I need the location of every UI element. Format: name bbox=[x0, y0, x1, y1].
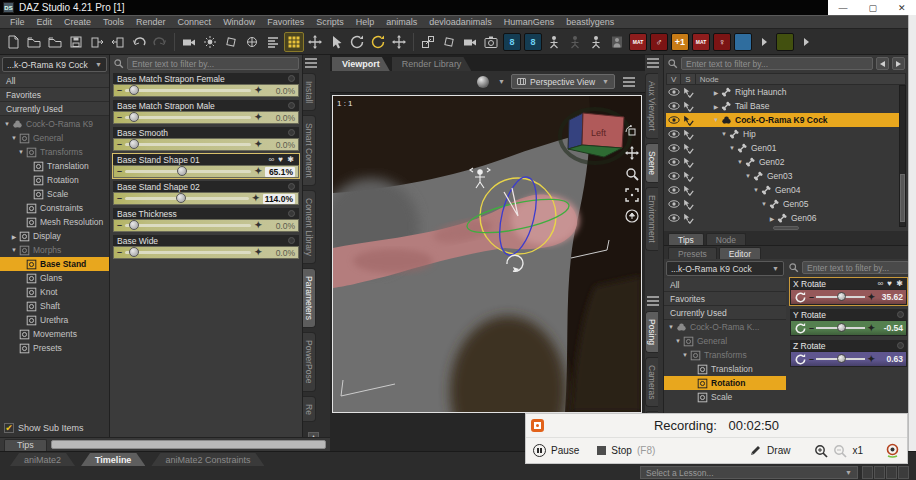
male-gender-button[interactable]: ♂ bbox=[649, 32, 669, 52]
scene-node-cock-o-rama-k9-cock[interactable]: ▼Cock-O-Rama K9 Cock bbox=[666, 113, 906, 127]
slider-decrement[interactable]: – bbox=[117, 194, 122, 203]
tab-menu-icon[interactable] bbox=[305, 58, 317, 68]
nav-item-knot[interactable]: Knot bbox=[0, 285, 109, 299]
portrait-thumb[interactable] bbox=[607, 32, 627, 52]
slider-increment[interactable]: ✦ bbox=[254, 167, 262, 176]
zoom-out-icon[interactable] bbox=[833, 444, 847, 458]
expander-icon[interactable]: ▼ bbox=[744, 173, 752, 179]
power-loader-thumb[interactable] bbox=[775, 32, 795, 52]
posing-item-scale[interactable]: Scale bbox=[664, 390, 786, 404]
menu-connect[interactable]: Connect bbox=[172, 17, 218, 27]
visibility-eye-icon[interactable] bbox=[666, 100, 681, 112]
import-button[interactable] bbox=[87, 32, 107, 52]
menu-tools[interactable]: Tools bbox=[97, 17, 130, 27]
reset-icon[interactable] bbox=[897, 342, 904, 349]
slider-handle[interactable] bbox=[176, 193, 186, 203]
posing-filter-input[interactable]: Enter text to filter by... bbox=[802, 261, 909, 274]
render-button[interactable] bbox=[481, 32, 501, 52]
nav-item-shaft[interactable]: Shaft bbox=[0, 299, 109, 313]
slider-handle[interactable] bbox=[129, 220, 139, 230]
toolbar-overflow-arrow-2[interactable] bbox=[796, 32, 816, 52]
slider-decrement[interactable]: – bbox=[117, 248, 122, 257]
expander-icon[interactable]: ▶ bbox=[712, 103, 720, 110]
gear-icon[interactable]: ✱ bbox=[287, 155, 295, 164]
scene-filter-input[interactable]: Enter text to filter by... bbox=[681, 57, 873, 70]
slider-handle[interactable] bbox=[837, 354, 846, 363]
tab-animate2[interactable]: aniMate2 bbox=[10, 453, 75, 466]
selectable-cursor-icon[interactable] bbox=[681, 185, 696, 196]
param-slider-bar[interactable]: –✦0.0% bbox=[113, 84, 299, 97]
tab-parameters[interactable]: Parameters bbox=[303, 268, 316, 328]
pause-button[interactable]: Pause bbox=[551, 445, 579, 456]
create-camera-button[interactable] bbox=[179, 32, 199, 52]
link-icon[interactable]: ∞ bbox=[877, 279, 884, 288]
tab-animate2-constraints[interactable]: aniMate2 Constraints bbox=[151, 453, 264, 466]
slider-handle[interactable] bbox=[837, 323, 846, 332]
playback-button[interactable] bbox=[874, 466, 885, 479]
active-pose-tool[interactable] bbox=[368, 32, 388, 52]
visibility-eye-icon[interactable] bbox=[666, 142, 681, 154]
scene-node-gen03[interactable]: ▼Gen03 bbox=[666, 169, 906, 183]
slider-track[interactable] bbox=[816, 296, 865, 298]
pose-slider-bar[interactable]: –✦0.63 bbox=[790, 351, 907, 367]
tab-install[interactable]: Install bbox=[303, 73, 316, 111]
expander-icon[interactable]: ▼ bbox=[17, 149, 25, 155]
slider-increment[interactable]: ✦ bbox=[254, 140, 262, 149]
reset-icon[interactable] bbox=[288, 75, 295, 82]
tab-timeline[interactable]: Timeline bbox=[81, 453, 145, 466]
tab-tips[interactable]: Tips bbox=[4, 439, 47, 451]
scene-list-button[interactable] bbox=[263, 32, 283, 52]
playback-button[interactable] bbox=[886, 466, 897, 479]
viewport-menu-icon[interactable] bbox=[623, 77, 635, 87]
webcam-icon[interactable] bbox=[885, 443, 900, 458]
nav-item-glans[interactable]: Glans bbox=[0, 271, 109, 285]
selectable-cursor-icon[interactable] bbox=[681, 171, 696, 182]
pose-slider-bar[interactable]: –✦35.62 bbox=[790, 289, 907, 305]
horizontal-scrollbar[interactable] bbox=[51, 440, 326, 449]
expander-icon[interactable]: ▼ bbox=[681, 352, 689, 358]
slider-decrement[interactable]: – bbox=[117, 140, 122, 149]
rotate-tool[interactable] bbox=[347, 32, 367, 52]
genesis8-thumb-2[interactable]: 8 bbox=[523, 32, 543, 52]
slider-increment[interactable]: ✦ bbox=[254, 248, 262, 257]
figure-pose-b[interactable] bbox=[565, 32, 585, 52]
left-filter-all[interactable]: All bbox=[0, 74, 109, 88]
universal-manipulator-tool[interactable] bbox=[305, 32, 325, 52]
slider-increment[interactable]: ✦ bbox=[254, 113, 262, 122]
scene-scrollbar[interactable] bbox=[899, 85, 906, 227]
node-selection-tool[interactable] bbox=[326, 32, 346, 52]
menu-devloadanimals[interactable]: devloadanimals bbox=[423, 17, 498, 27]
dock-tab-aux-viewport[interactable]: Aux Viewport bbox=[645, 73, 658, 139]
scene-preset-thumb[interactable] bbox=[733, 32, 753, 52]
posing-filter-currently-used[interactable]: Currently Used bbox=[664, 306, 786, 320]
playback-button[interactable] bbox=[862, 466, 873, 479]
slider-decrement[interactable]: – bbox=[117, 167, 122, 176]
figure-pose-a[interactable] bbox=[544, 32, 564, 52]
expander-icon[interactable]: ▼ bbox=[10, 135, 18, 141]
tab-powerpose[interactable]: PowerPose bbox=[303, 332, 316, 391]
param-slider-bar[interactable]: –✦0.0% bbox=[113, 219, 299, 232]
reset-icon[interactable] bbox=[288, 102, 295, 109]
scene-node-gen01[interactable]: ▼Gen01 bbox=[666, 141, 906, 155]
export-button[interactable] bbox=[108, 32, 128, 52]
undo-button[interactable] bbox=[129, 32, 149, 52]
scale-tool[interactable] bbox=[418, 32, 438, 52]
close-button[interactable]: ✕ bbox=[898, 3, 906, 13]
slider-decrement[interactable]: – bbox=[809, 323, 814, 333]
mat-copy-button-2[interactable]: MAT bbox=[691, 32, 711, 52]
open-file-button[interactable] bbox=[24, 32, 44, 52]
param-slider-bar[interactable]: –✦65.1% bbox=[113, 165, 299, 178]
expander-icon[interactable]: ▼ bbox=[3, 121, 11, 127]
slider-track[interactable] bbox=[125, 116, 251, 119]
menu-animals[interactable]: animals bbox=[380, 17, 423, 27]
lesson-dropdown[interactable]: Select a Lesson... ▼ bbox=[640, 466, 858, 479]
nav-item-scale[interactable]: Scale bbox=[0, 187, 109, 201]
param-slider-bar[interactable]: –✦0.0% bbox=[113, 138, 299, 151]
dock-tab-environment[interactable]: Environment bbox=[645, 187, 658, 251]
parameters-filter-input[interactable]: Enter text to filter by... bbox=[127, 57, 299, 70]
filter-next-button[interactable] bbox=[892, 57, 905, 70]
selectable-cursor-icon[interactable] bbox=[681, 143, 696, 154]
param-slider-bar[interactable]: –✦114.0% bbox=[113, 192, 299, 205]
nav-item-mesh-resolution[interactable]: Mesh Resolution bbox=[0, 215, 109, 229]
tab-smart-content[interactable]: Smart Content bbox=[303, 115, 316, 186]
